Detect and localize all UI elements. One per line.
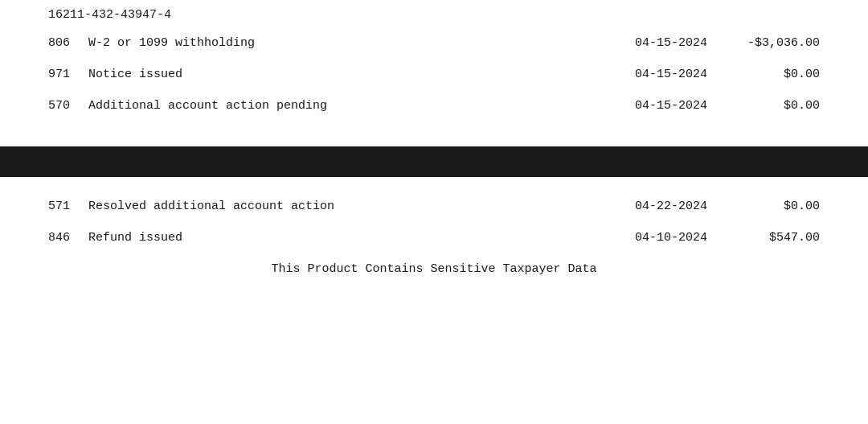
footer-text: This Product Contains Sensitive Taxpayer… — [48, 262, 820, 276]
transaction-date-846: 04-10-2024 — [619, 231, 723, 245]
page-wrapper: 16211-432-43947-4 806 W-2 or 1099 withho… — [0, 0, 868, 424]
transaction-desc-846: Refund issued — [88, 231, 619, 245]
account-id: 16211-432-43947-4 — [48, 8, 820, 22]
transaction-desc-570: Additional account action pending — [88, 99, 619, 113]
transaction-desc-971: Notice issued — [88, 68, 619, 81]
transaction-desc-806: W-2 or 1099 withholding — [88, 36, 619, 50]
transaction-code-570: 570 — [48, 99, 88, 113]
transaction-row-571: 571 Resolved additional account action 0… — [48, 200, 820, 213]
transaction-amount-571: $0.00 — [723, 200, 820, 213]
transaction-date-971: 04-15-2024 — [619, 68, 723, 81]
transaction-code-846: 846 — [48, 231, 88, 245]
transaction-row-806: 806 W-2 or 1099 withholding 04-15-2024 -… — [48, 36, 820, 50]
transaction-date-571: 04-22-2024 — [619, 200, 723, 213]
transaction-desc-571: Resolved additional account action — [88, 200, 619, 213]
transaction-amount-806: -$3,036.00 — [723, 36, 820, 50]
transaction-code-806: 806 — [48, 36, 88, 50]
transaction-amount-570: $0.00 — [723, 99, 820, 113]
transaction-date-806: 04-15-2024 — [619, 36, 723, 50]
transaction-date-570: 04-15-2024 — [619, 99, 723, 113]
transaction-code-571: 571 — [48, 200, 88, 213]
dark-divider-bar — [0, 146, 868, 177]
bottom-section: 571 Resolved additional account action 0… — [0, 177, 868, 424]
top-section: 16211-432-43947-4 806 W-2 or 1099 withho… — [0, 0, 868, 146]
transaction-code-971: 971 — [48, 68, 88, 81]
transaction-amount-846: $547.00 — [723, 231, 820, 245]
transaction-row-846: 846 Refund issued 04-10-2024 $547.00 — [48, 231, 820, 245]
transaction-row-971: 971 Notice issued 04-15-2024 $0.00 — [48, 68, 820, 81]
transaction-amount-971: $0.00 — [723, 68, 820, 81]
transaction-row-570: 570 Additional account action pending 04… — [48, 99, 820, 113]
